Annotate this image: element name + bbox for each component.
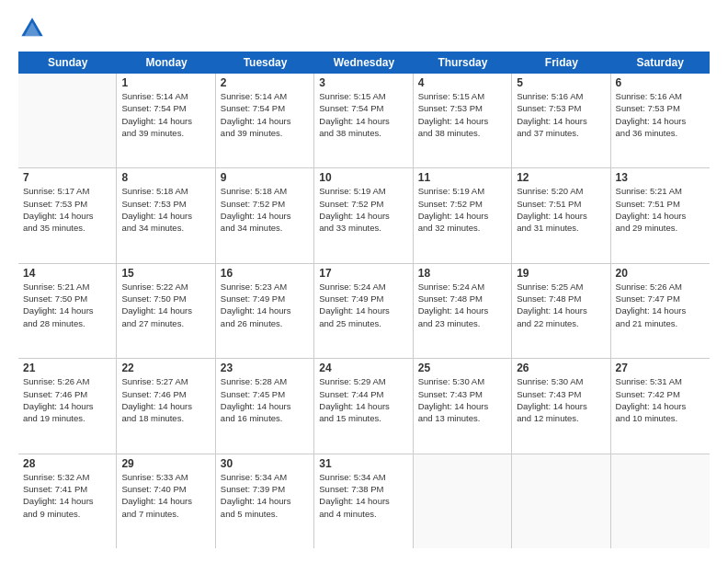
day-number: 30 [221,457,309,470]
calendar-cell: 2Sunrise: 5:14 AM Sunset: 7:54 PM Daylig… [216,74,314,167]
day-number: 31 [319,457,407,470]
day-number: 8 [121,171,210,184]
weekday-header: Friday [512,52,610,74]
calendar-row: 7Sunrise: 5:17 AM Sunset: 7:53 PM Daylig… [18,168,710,263]
day-number: 4 [418,76,506,89]
calendar-cell: 7Sunrise: 5:17 AM Sunset: 7:53 PM Daylig… [18,168,117,262]
day-info: Sunrise: 5:31 AM Sunset: 7:42 PM Dayligh… [616,375,705,424]
calendar-row: 28Sunrise: 5:32 AM Sunset: 7:41 PM Dayli… [18,454,710,548]
day-number: 21 [23,362,111,374]
logo-icon [18,15,46,42]
calendar-cell: 29Sunrise: 5:33 AM Sunset: 7:40 PM Dayli… [117,454,215,548]
calendar-cell: 22Sunrise: 5:27 AM Sunset: 7:46 PM Dayli… [117,359,215,453]
day-number: 6 [616,76,705,89]
calendar-cell: 15Sunrise: 5:22 AM Sunset: 7:50 PM Dayli… [117,264,215,358]
calendar-cell: 31Sunrise: 5:34 AM Sunset: 7:38 PM Dayli… [314,454,413,548]
day-number: 1 [121,76,210,89]
calendar-cell: 25Sunrise: 5:30 AM Sunset: 7:43 PM Dayli… [414,359,512,453]
calendar-cell: 14Sunrise: 5:21 AM Sunset: 7:50 PM Dayli… [18,264,117,358]
calendar-cell: 11Sunrise: 5:19 AM Sunset: 7:52 PM Dayli… [414,168,512,262]
calendar-cell: 16Sunrise: 5:23 AM Sunset: 7:49 PM Dayli… [216,264,314,358]
day-info: Sunrise: 5:33 AM Sunset: 7:40 PM Dayligh… [121,471,210,520]
weekday-header: Wednesday [314,52,413,74]
calendar-cell [512,454,610,548]
day-number: 20 [616,267,705,280]
day-number: 13 [616,171,705,184]
day-number: 28 [23,457,111,470]
calendar-cell: 3Sunrise: 5:15 AM Sunset: 7:54 PM Daylig… [314,74,413,167]
calendar-cell: 28Sunrise: 5:32 AM Sunset: 7:41 PM Dayli… [18,454,117,548]
calendar-cell: 1Sunrise: 5:14 AM Sunset: 7:54 PM Daylig… [117,74,215,167]
calendar-cell: 4Sunrise: 5:15 AM Sunset: 7:53 PM Daylig… [414,74,512,167]
calendar-cell [18,74,117,167]
day-info: Sunrise: 5:21 AM Sunset: 7:50 PM Dayligh… [23,281,111,329]
day-info: Sunrise: 5:26 AM Sunset: 7:47 PM Dayligh… [616,281,705,329]
day-number: 23 [221,362,309,374]
calendar-cell: 23Sunrise: 5:28 AM Sunset: 7:45 PM Dayli… [216,359,314,453]
day-info: Sunrise: 5:17 AM Sunset: 7:53 PM Dayligh… [23,185,111,234]
weekday-header: Sunday [18,52,117,74]
day-info: Sunrise: 5:30 AM Sunset: 7:43 PM Dayligh… [517,375,605,424]
calendar-cell: 24Sunrise: 5:29 AM Sunset: 7:44 PM Dayli… [314,359,413,453]
day-info: Sunrise: 5:25 AM Sunset: 7:48 PM Dayligh… [517,281,605,329]
calendar-cell: 30Sunrise: 5:34 AM Sunset: 7:39 PM Dayli… [216,454,314,548]
weekday-header: Monday [117,52,215,74]
calendar-cell: 26Sunrise: 5:30 AM Sunset: 7:43 PM Dayli… [512,359,610,453]
calendar-row: 21Sunrise: 5:26 AM Sunset: 7:46 PM Dayli… [18,359,710,454]
calendar-cell: 17Sunrise: 5:24 AM Sunset: 7:49 PM Dayli… [314,264,413,358]
calendar-body: 1Sunrise: 5:14 AM Sunset: 7:54 PM Daylig… [18,74,710,548]
day-number: 14 [23,267,111,280]
calendar: SundayMondayTuesdayWednesdayThursdayFrid… [18,52,710,548]
day-info: Sunrise: 5:27 AM Sunset: 7:46 PM Dayligh… [121,375,210,424]
weekday-header: Thursday [414,52,512,74]
calendar-cell: 27Sunrise: 5:31 AM Sunset: 7:42 PM Dayli… [611,359,710,453]
day-info: Sunrise: 5:16 AM Sunset: 7:53 PM Dayligh… [616,90,705,139]
day-number: 24 [319,362,407,374]
page: SundayMondayTuesdayWednesdayThursdayFrid… [0,0,728,563]
calendar-cell: 9Sunrise: 5:18 AM Sunset: 7:52 PM Daylig… [216,168,314,262]
day-info: Sunrise: 5:15 AM Sunset: 7:54 PM Dayligh… [319,90,407,139]
day-number: 12 [517,171,605,184]
day-number: 3 [319,76,407,89]
day-number: 5 [517,76,605,89]
day-info: Sunrise: 5:14 AM Sunset: 7:54 PM Dayligh… [221,90,309,139]
calendar-cell: 21Sunrise: 5:26 AM Sunset: 7:46 PM Dayli… [18,359,117,453]
day-info: Sunrise: 5:23 AM Sunset: 7:49 PM Dayligh… [221,281,309,329]
day-number: 10 [319,171,407,184]
day-info: Sunrise: 5:24 AM Sunset: 7:48 PM Dayligh… [418,281,506,329]
calendar-header: SundayMondayTuesdayWednesdayThursdayFrid… [18,52,710,74]
day-number: 18 [418,267,506,280]
day-number: 19 [517,267,605,280]
day-info: Sunrise: 5:34 AM Sunset: 7:39 PM Dayligh… [221,471,309,520]
day-number: 16 [221,267,309,280]
day-info: Sunrise: 5:20 AM Sunset: 7:51 PM Dayligh… [517,185,605,234]
calendar-cell: 12Sunrise: 5:20 AM Sunset: 7:51 PM Dayli… [512,168,610,262]
weekday-header: Saturday [611,52,710,74]
day-info: Sunrise: 5:14 AM Sunset: 7:54 PM Dayligh… [121,90,210,139]
day-info: Sunrise: 5:34 AM Sunset: 7:38 PM Dayligh… [319,471,407,520]
calendar-row: 1Sunrise: 5:14 AM Sunset: 7:54 PM Daylig… [18,74,710,168]
day-info: Sunrise: 5:28 AM Sunset: 7:45 PM Dayligh… [221,375,309,424]
calendar-row: 14Sunrise: 5:21 AM Sunset: 7:50 PM Dayli… [18,264,710,359]
day-info: Sunrise: 5:32 AM Sunset: 7:41 PM Dayligh… [23,471,111,520]
day-number: 26 [517,362,605,374]
calendar-cell: 10Sunrise: 5:19 AM Sunset: 7:52 PM Dayli… [314,168,413,262]
day-info: Sunrise: 5:21 AM Sunset: 7:51 PM Dayligh… [616,185,705,234]
day-info: Sunrise: 5:15 AM Sunset: 7:53 PM Dayligh… [418,90,506,139]
day-number: 9 [221,171,309,184]
logo [18,15,50,42]
calendar-cell [611,454,710,548]
day-info: Sunrise: 5:16 AM Sunset: 7:53 PM Dayligh… [517,90,605,139]
calendar-cell: 5Sunrise: 5:16 AM Sunset: 7:53 PM Daylig… [512,74,610,167]
day-info: Sunrise: 5:18 AM Sunset: 7:52 PM Dayligh… [221,185,309,234]
day-number: 27 [616,362,705,374]
weekday-header: Tuesday [216,52,314,74]
calendar-cell [414,454,512,548]
calendar-cell: 6Sunrise: 5:16 AM Sunset: 7:53 PM Daylig… [611,74,710,167]
calendar-cell: 19Sunrise: 5:25 AM Sunset: 7:48 PM Dayli… [512,264,610,358]
day-number: 22 [121,362,210,374]
day-info: Sunrise: 5:19 AM Sunset: 7:52 PM Dayligh… [418,185,506,234]
day-number: 29 [121,457,210,470]
day-number: 15 [121,267,210,280]
day-info: Sunrise: 5:24 AM Sunset: 7:49 PM Dayligh… [319,281,407,329]
